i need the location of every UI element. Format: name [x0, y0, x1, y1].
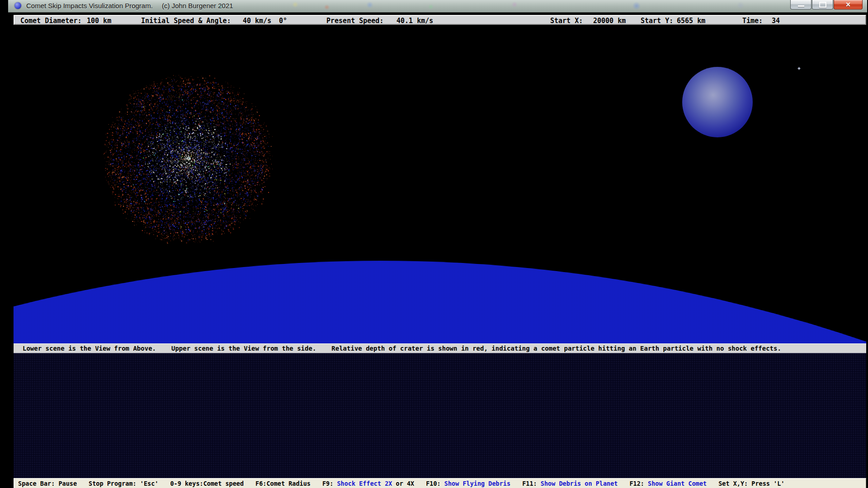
hint-shock-key: F9:	[322, 480, 337, 487]
debris-on-planet-label: Show Debris on Planet	[541, 480, 618, 487]
maximize-button[interactable]	[812, 0, 833, 9]
param-label-present-speed: Present Speed:	[326, 17, 383, 25]
param-value-present-speed: 40.1 km/s	[396, 17, 433, 25]
info-bar: Lower scene is the View from Above. Uppe…	[14, 343, 866, 353]
close-button[interactable]: ✕	[834, 0, 863, 9]
param-value-initial-angle: 0°	[279, 17, 287, 25]
shock-effect-label: Shock Effect 2X	[337, 480, 392, 487]
minimize-icon	[798, 5, 804, 7]
info-crater-depth: Relative depth of crater is shown in red…	[331, 345, 781, 352]
param-value-start-y: 6565 km	[677, 17, 705, 25]
side-view-scene	[14, 25, 866, 343]
param-label-start-y: Start Y:	[641, 17, 673, 25]
hint-giant-comet-key: F12:	[629, 480, 648, 487]
hint-comet-speed: 0-9 keys:Comet speed	[170, 480, 244, 487]
hint-debris-on-planet-key: F11:	[522, 480, 541, 487]
window-controls: ✕	[790, 0, 863, 9]
hint-stop: Stop Program: 'Esc'	[89, 480, 158, 487]
param-label-initial-speed-angle: Initial Speed & Angle:	[141, 17, 231, 25]
giant-comet-label: Show Giant Comet	[648, 480, 707, 487]
title-bar[interactable]: Comet Skip Impacts Visulization Program.…	[8, 0, 867, 13]
info-lower-scene: Lower scene is the View from Above.	[23, 345, 156, 352]
program-window: Comet Diameter: 100 km Initial Speed & A…	[14, 15, 866, 488]
hint-flying-debris: F10: Show Flying Debris	[426, 480, 510, 487]
info-upper-scene: Upper scene is the View from the side.	[171, 345, 316, 352]
param-value-time: 34	[772, 17, 780, 25]
comet-canvas	[103, 74, 273, 244]
desktop: { "window": { "title": "Comet Skip Impac…	[0, 0, 868, 488]
hint-set-xy: Set X,Y: Press 'L'	[718, 480, 784, 487]
param-value-initial-speed: 40 km/s	[243, 17, 271, 25]
key-hints-bar: Space Bar: Pause Stop Program: 'Esc' 0-9…	[14, 478, 866, 488]
hint-flying-debris-key: F10:	[426, 480, 444, 487]
param-label-start-x: Start X:	[550, 17, 583, 25]
maximize-icon	[819, 2, 826, 8]
hint-debris-on-planet: F11: Show Debris on Planet	[522, 480, 618, 487]
flying-debris-label: Show Flying Debris	[444, 480, 510, 487]
hint-shock-suffix: or 4X	[392, 480, 414, 487]
param-label-time: Time:	[742, 17, 763, 25]
param-value-start-x: 20000 km	[593, 17, 626, 25]
window-copyright: (c) John Burgener 2021	[162, 2, 233, 9]
top-view-scene	[14, 353, 866, 478]
close-icon: ✕	[845, 1, 851, 8]
window-title: Comet Skip Impacts Visulization Program.	[26, 2, 153, 9]
planet-sphere	[682, 67, 753, 137]
hint-comet-radius: F6:Comet Radius	[255, 480, 311, 487]
minimize-button[interactable]	[790, 0, 811, 9]
star-dot	[798, 68, 800, 69]
planet-horizon	[14, 261, 866, 343]
hint-giant-comet: F12: Show Giant Comet	[629, 480, 707, 487]
param-value-comet-diameter: 100 km	[87, 17, 111, 25]
hint-pause: Space Bar: Pause	[18, 480, 77, 487]
hint-shock-effect: F9: Shock Effect 2X or 4X	[322, 480, 414, 487]
app-icon	[14, 2, 21, 9]
param-label-comet-diameter: Comet Diameter:	[20, 17, 81, 25]
parameter-bar: Comet Diameter: 100 km Initial Speed & A…	[14, 15, 866, 25]
